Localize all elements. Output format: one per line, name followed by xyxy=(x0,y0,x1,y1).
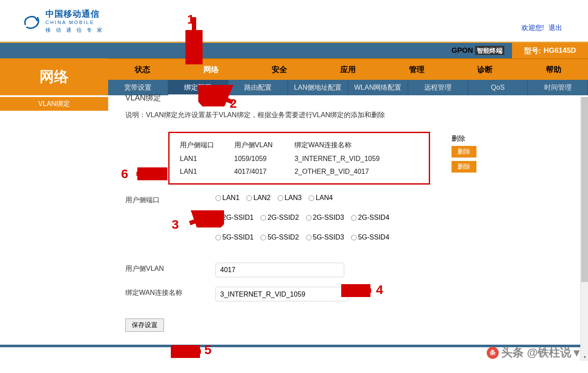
th-vlan: 用户侧VLAN xyxy=(233,138,293,152)
logo-area: 中国移动通信 CHINA MOBILE 移动通信专家 xyxy=(21,8,107,34)
welcome-text: 欢迎您! xyxy=(521,24,544,31)
china-mobile-logo-icon xyxy=(21,11,41,31)
radio-5g-ssid4[interactable]: 5G-SSID4 xyxy=(351,234,389,241)
footer-line xyxy=(0,345,588,347)
radio-lan4[interactable]: LAN4 xyxy=(309,194,333,201)
table-header-row: 用户侧端口 用户侧VLAN 绑定WAN连接名称 xyxy=(178,138,420,152)
tab-management[interactable]: 管理 xyxy=(382,59,451,80)
cell-port: LAN1 xyxy=(178,165,233,178)
cell-vlan: 4017/4017 xyxy=(233,165,293,178)
logo-text-en: CHINA MOBILE xyxy=(45,20,107,25)
sidebar: VLAN绑定 xyxy=(0,80,108,345)
tab-application[interactable]: 应用 xyxy=(314,59,382,80)
th-port: 用户侧端口 xyxy=(178,138,233,152)
header-bar: 中国移动通信 CHINA MOBILE 移动通信专家 欢迎您! 退出 xyxy=(0,0,588,43)
tab-diagnosis[interactable]: 诊断 xyxy=(451,59,520,80)
scrollbar[interactable]: ▴ ▾ xyxy=(580,97,588,347)
page-title: VLAN绑定 xyxy=(125,93,579,103)
model-box: 型号: HG6145D xyxy=(512,43,588,58)
body-row: VLAN绑定 VLAN绑定 说明：VLAN绑定允许设置基于VLAN绑定，根据业务… xyxy=(0,80,588,345)
scroll-thumb[interactable] xyxy=(581,97,588,282)
radio-lan1[interactable]: LAN1 xyxy=(215,194,239,201)
model-value: HG6145D xyxy=(543,46,576,55)
th-wan: 绑定WAN连接名称 xyxy=(293,138,420,152)
welcome-area: 欢迎您! 退出 xyxy=(521,24,562,33)
delete-button[interactable]: 删除 xyxy=(452,161,476,173)
radio-5g-ssid2[interactable]: 5G-SSID2 xyxy=(261,234,299,241)
binding-table: 用户侧端口 用户侧VLAN 绑定WAN连接名称 LAN1 1059/1059 3… xyxy=(168,132,430,185)
cell-port: LAN1 xyxy=(178,152,233,165)
radio-5g-ssid1[interactable]: 5G-SSID1 xyxy=(215,234,254,241)
logout-link[interactable]: 退出 xyxy=(549,24,562,31)
nav-row: 网络 状态 网络 安全 应用 管理 诊断 帮助 宽带设置 绑定配置 路由配置 L… xyxy=(0,58,588,80)
tab-security[interactable]: 安全 xyxy=(245,59,314,80)
label-user-port: 用户侧端口 xyxy=(125,194,215,205)
cell-vlan: 1059/1059 xyxy=(233,152,293,165)
table-row: LAN1 1059/1059 3_INTERNET_R_VID_1059 xyxy=(178,152,420,165)
radio-5g-ssid3[interactable]: 5G-SSID3 xyxy=(306,234,344,241)
cell-wan: 2_OTHER_B_VID_4017 xyxy=(293,165,420,178)
table-row: LAN1 4017/4017 2_OTHER_B_VID_4017 xyxy=(178,165,420,178)
radio-row-2g: 2G-SSID1 2G-SSID2 2G-SSID3 2G-SSID4 xyxy=(215,214,579,221)
content-area: VLAN绑定 说明：VLAN绑定允许设置基于VLAN绑定，根据业务需要进行VLA… xyxy=(108,80,588,345)
tab-help[interactable]: 帮助 xyxy=(519,59,588,80)
logo-text-sub: 移动通信专家 xyxy=(45,27,107,34)
page-description: 说明：VLAN绑定允许设置基于VLAN绑定，根据业务需要进行VLAN绑定的添加和… xyxy=(125,111,579,120)
gpon-text: GPON xyxy=(452,46,473,55)
label-wan-name: 绑定WAN连接名称 xyxy=(125,287,215,297)
wan-select[interactable]: 3_INTERNET_R_VID_1059 xyxy=(215,287,349,301)
radio-lan3[interactable]: LAN3 xyxy=(278,194,302,201)
radio-2g-ssid1[interactable]: 2G-SSID1 xyxy=(215,214,254,221)
radio-2g-ssid2[interactable]: 2G-SSID2 xyxy=(261,214,299,221)
label-user-vlan: 用户侧VLAN xyxy=(125,263,215,273)
model-label: 型号: xyxy=(524,46,541,56)
radio-2g-ssid3[interactable]: 2G-SSID3 xyxy=(306,214,344,221)
delete-header: 删除 xyxy=(452,132,486,146)
delete-button[interactable]: 删除 xyxy=(452,146,476,158)
tab-network[interactable]: 网络 xyxy=(177,59,246,80)
radio-lan2[interactable]: LAN2 xyxy=(246,194,270,201)
radio-row-lan: LAN1 LAN2 LAN3 LAN4 xyxy=(215,194,579,202)
radio-row-5g: 5G-SSID1 5G-SSID2 5G-SSID3 5G-SSID4 xyxy=(215,234,579,241)
vlan-input[interactable] xyxy=(215,263,344,277)
main-tabs: 状态 网络 安全 应用 管理 诊断 帮助 xyxy=(108,58,588,80)
cell-wan: 3_INTERNET_R_VID_1059 xyxy=(293,152,420,165)
logo-text-cn: 中国移动通信 xyxy=(45,8,107,20)
save-button[interactable]: 保存设置 xyxy=(125,318,164,332)
delete-column: 删除 删除 删除 xyxy=(452,132,486,176)
radio-2g-ssid4[interactable]: 2G-SSID4 xyxy=(351,214,389,221)
device-info-bar: GPON 智能终端 型号: HG6145D xyxy=(0,43,588,58)
gpon-label: GPON 智能终端 xyxy=(452,46,512,55)
terminal-text: 智能终端 xyxy=(475,46,504,55)
tab-status[interactable]: 状态 xyxy=(108,59,177,80)
sidebar-item-vlan-binding[interactable]: VLAN绑定 xyxy=(0,97,108,111)
